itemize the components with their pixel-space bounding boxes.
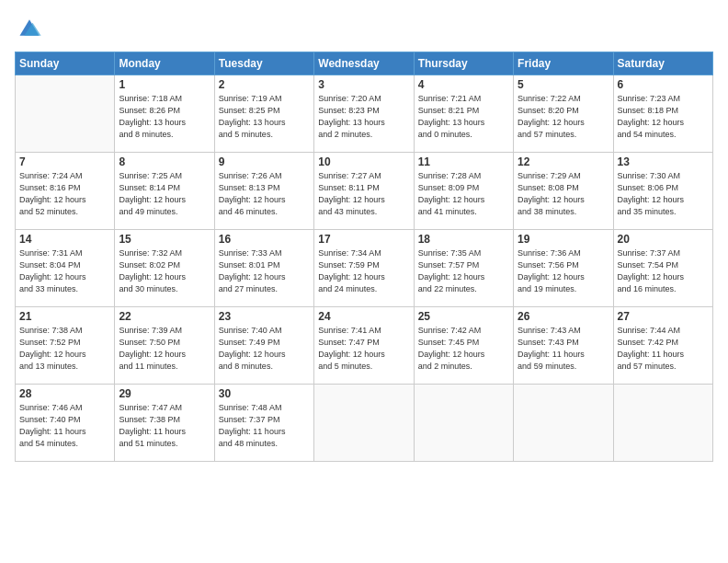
day-info: Sunrise: 7:32 AM Sunset: 8:02 PM Dayligh… [119,247,210,295]
day-number: 4 [418,78,509,91]
calendar-day-cell: 10Sunrise: 7:27 AM Sunset: 8:11 PM Dayli… [314,153,414,230]
day-number: 5 [518,78,609,91]
day-info: Sunrise: 7:36 AM Sunset: 7:56 PM Dayligh… [518,247,609,295]
day-info: Sunrise: 7:27 AM Sunset: 8:11 PM Dayligh… [318,170,409,218]
weekday-header-cell: Wednesday [314,52,414,75]
day-number: 26 [518,310,609,323]
day-info: Sunrise: 7:25 AM Sunset: 8:14 PM Dayligh… [119,170,210,218]
calendar-table: SundayMondayTuesdayWednesdayThursdayFrid… [15,52,713,462]
day-info: Sunrise: 7:21 AM Sunset: 8:21 PM Dayligh… [418,93,509,141]
calendar-day-cell: 6Sunrise: 7:23 AM Sunset: 8:18 PM Daylig… [613,75,712,153]
day-number: 21 [19,310,110,323]
day-info: Sunrise: 7:41 AM Sunset: 7:47 PM Dayligh… [318,325,409,373]
day-number: 6 [618,78,709,91]
day-info: Sunrise: 7:42 AM Sunset: 7:45 PM Dayligh… [418,325,509,373]
calendar-day-cell [314,385,414,462]
calendar-day-cell: 19Sunrise: 7:36 AM Sunset: 7:56 PM Dayli… [514,230,613,307]
day-number: 11 [418,155,509,168]
calendar-day-cell: 4Sunrise: 7:21 AM Sunset: 8:21 PM Daylig… [414,75,513,153]
calendar-day-cell: 16Sunrise: 7:33 AM Sunset: 8:01 PM Dayli… [214,230,313,307]
day-info: Sunrise: 7:34 AM Sunset: 7:59 PM Dayligh… [318,247,409,295]
day-number: 12 [518,155,609,168]
calendar-day-cell: 22Sunrise: 7:39 AM Sunset: 7:50 PM Dayli… [115,307,214,385]
calendar-day-cell: 15Sunrise: 7:32 AM Sunset: 8:02 PM Dayli… [115,230,214,307]
page-container: SundayMondayTuesdayWednesdayThursdayFrid… [0,0,728,469]
calendar-week-row: 7Sunrise: 7:24 AM Sunset: 8:16 PM Daylig… [16,153,713,230]
day-number: 30 [219,387,310,400]
calendar-day-cell: 17Sunrise: 7:34 AM Sunset: 7:59 PM Dayli… [314,230,414,307]
calendar-day-cell: 21Sunrise: 7:38 AM Sunset: 7:52 PM Dayli… [16,307,115,385]
calendar-day-cell [414,385,513,462]
day-info: Sunrise: 7:40 AM Sunset: 7:49 PM Dayligh… [219,325,310,373]
calendar-day-cell: 29Sunrise: 7:47 AM Sunset: 7:38 PM Dayli… [115,385,214,462]
day-number: 8 [119,155,210,168]
calendar-day-cell: 3Sunrise: 7:20 AM Sunset: 8:23 PM Daylig… [314,75,414,153]
calendar-body: 1Sunrise: 7:18 AM Sunset: 8:26 PM Daylig… [16,75,713,462]
calendar-week-row: 14Sunrise: 7:31 AM Sunset: 8:04 PM Dayli… [16,230,713,307]
calendar-day-cell: 20Sunrise: 7:37 AM Sunset: 7:54 PM Dayli… [613,230,712,307]
calendar-day-cell: 30Sunrise: 7:48 AM Sunset: 7:37 PM Dayli… [214,385,313,462]
calendar-day-cell: 5Sunrise: 7:22 AM Sunset: 8:20 PM Daylig… [514,75,613,153]
logo [15,15,42,44]
day-number: 1 [119,78,210,91]
day-number: 15 [119,233,210,246]
calendar-day-cell: 9Sunrise: 7:26 AM Sunset: 8:13 PM Daylig… [214,153,313,230]
calendar-day-cell: 23Sunrise: 7:40 AM Sunset: 7:49 PM Dayli… [214,307,313,385]
day-info: Sunrise: 7:23 AM Sunset: 8:18 PM Dayligh… [618,93,709,141]
calendar-day-cell: 27Sunrise: 7:44 AM Sunset: 7:42 PM Dayli… [613,307,712,385]
weekday-header-cell: Monday [115,52,214,75]
calendar-day-cell: 8Sunrise: 7:25 AM Sunset: 8:14 PM Daylig… [115,153,214,230]
weekday-header-row: SundayMondayTuesdayWednesdayThursdayFrid… [16,52,713,75]
day-info: Sunrise: 7:46 AM Sunset: 7:40 PM Dayligh… [19,402,110,450]
day-number: 18 [418,233,509,246]
day-number: 3 [318,78,409,91]
logo-icon [17,15,42,40]
day-info: Sunrise: 7:35 AM Sunset: 7:57 PM Dayligh… [418,247,509,295]
day-number: 10 [318,155,409,168]
day-number: 24 [318,310,409,323]
calendar-day-cell: 28Sunrise: 7:46 AM Sunset: 7:40 PM Dayli… [16,385,115,462]
weekday-header-cell: Saturday [613,52,712,75]
day-number: 27 [618,310,709,323]
day-info: Sunrise: 7:31 AM Sunset: 8:04 PM Dayligh… [19,247,110,295]
day-info: Sunrise: 7:26 AM Sunset: 8:13 PM Dayligh… [219,170,310,218]
calendar-day-cell: 11Sunrise: 7:28 AM Sunset: 8:09 PM Dayli… [414,153,513,230]
calendar-day-cell [16,75,115,153]
day-number: 20 [618,233,709,246]
day-number: 23 [219,310,310,323]
day-info: Sunrise: 7:30 AM Sunset: 8:06 PM Dayligh… [618,170,709,218]
day-info: Sunrise: 7:19 AM Sunset: 8:25 PM Dayligh… [219,93,310,141]
day-number: 19 [518,233,609,246]
calendar-day-cell: 24Sunrise: 7:41 AM Sunset: 7:47 PM Dayli… [314,307,414,385]
calendar-day-cell: 2Sunrise: 7:19 AM Sunset: 8:25 PM Daylig… [214,75,313,153]
calendar-day-cell [514,385,613,462]
day-number: 22 [119,310,210,323]
day-info: Sunrise: 7:38 AM Sunset: 7:52 PM Dayligh… [19,325,110,373]
day-number: 29 [119,387,210,400]
calendar-day-cell: 7Sunrise: 7:24 AM Sunset: 8:16 PM Daylig… [16,153,115,230]
day-info: Sunrise: 7:22 AM Sunset: 8:20 PM Dayligh… [518,93,609,141]
day-info: Sunrise: 7:28 AM Sunset: 8:09 PM Dayligh… [418,170,509,218]
weekday-header-cell: Thursday [414,52,513,75]
day-info: Sunrise: 7:47 AM Sunset: 7:38 PM Dayligh… [119,402,210,450]
day-info: Sunrise: 7:18 AM Sunset: 8:26 PM Dayligh… [119,93,210,141]
day-info: Sunrise: 7:24 AM Sunset: 8:16 PM Dayligh… [19,170,110,218]
day-info: Sunrise: 7:44 AM Sunset: 7:42 PM Dayligh… [618,325,709,373]
day-info: Sunrise: 7:48 AM Sunset: 7:37 PM Dayligh… [219,402,310,450]
weekday-header-cell: Sunday [16,52,115,75]
day-info: Sunrise: 7:20 AM Sunset: 8:23 PM Dayligh… [318,93,409,141]
calendar-day-cell: 18Sunrise: 7:35 AM Sunset: 7:57 PM Dayli… [414,230,513,307]
day-number: 2 [219,78,310,91]
page-header [15,15,713,44]
weekday-header-cell: Tuesday [214,52,313,75]
day-number: 9 [219,155,310,168]
calendar-week-row: 1Sunrise: 7:18 AM Sunset: 8:26 PM Daylig… [16,75,713,153]
day-number: 17 [318,233,409,246]
day-info: Sunrise: 7:29 AM Sunset: 8:08 PM Dayligh… [518,170,609,218]
calendar-week-row: 21Sunrise: 7:38 AM Sunset: 7:52 PM Dayli… [16,307,713,385]
calendar-day-cell: 1Sunrise: 7:18 AM Sunset: 8:26 PM Daylig… [115,75,214,153]
calendar-week-row: 28Sunrise: 7:46 AM Sunset: 7:40 PM Dayli… [16,385,713,462]
day-number: 16 [219,233,310,246]
day-number: 7 [19,155,110,168]
day-number: 14 [19,233,110,246]
